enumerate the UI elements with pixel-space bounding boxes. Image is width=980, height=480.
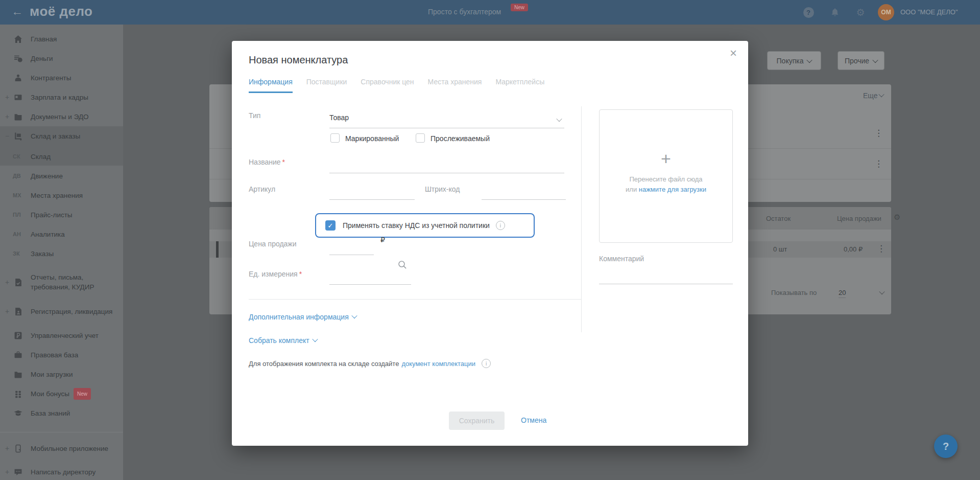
sidebar-item-downloads[interactable]: Мои загрузки (0, 364, 123, 384)
avatar[interactable]: ОМ (878, 4, 894, 20)
help-icon[interactable]: ? (803, 7, 814, 18)
tab-storage-places[interactable]: Места хранения (428, 78, 482, 93)
article-input[interactable] (329, 186, 415, 200)
image-upload-dropzone[interactable]: + Перенесите файл сюда или нажмите для з… (599, 109, 733, 243)
chevron-down-icon (807, 57, 812, 62)
kit-document-link[interactable]: документ комплектации (401, 360, 475, 368)
sidebar: Главная Деньги Контрагенты + Зарплата и … (0, 25, 123, 480)
sidebar-item-sklad[interactable]: СК Склад (0, 147, 123, 166)
phone-icon (13, 444, 23, 453)
sidebar-item-knowledge[interactable]: База знаний (0, 403, 123, 423)
sidebar-item-main[interactable]: Главная (0, 29, 123, 49)
traceable-checkbox-label[interactable]: Прослеживаемый (431, 134, 490, 143)
name-input[interactable] (329, 159, 564, 173)
sidebar-item-documents[interactable]: + Документы и ЭДО (0, 107, 123, 126)
sidebar-item-orders[interactable]: ЗК Заказы (0, 244, 123, 263)
sidebar-item-reports[interactable]: + Отчеты, письма, требования, КУДИР (0, 271, 123, 293)
vat-checkbox-checked[interactable]: ✓ (325, 220, 336, 231)
column-header-price[interactable]: Цена продажи (837, 215, 881, 222)
traceable-checkbox[interactable] (416, 133, 425, 143)
upload-drag-text: Перенесите файл сюда (629, 175, 702, 183)
kit-note: Для отображения комплекта на складе созд… (249, 359, 491, 368)
page-size-select[interactable]: 20 (839, 289, 846, 298)
barcode-input[interactable] (482, 186, 566, 200)
help-fab-button[interactable]: ? (934, 435, 958, 458)
bell-icon[interactable] (829, 7, 841, 18)
additional-info-toggle[interactable]: Дополнительная информация (249, 313, 356, 321)
sidebar-item-legal[interactable]: Правовая база (0, 345, 123, 364)
tab-suppliers[interactable]: Поставщики (306, 78, 347, 93)
sidebar-item-bonuses[interactable]: Мои бонусыNew (0, 384, 123, 403)
sidebar-item-movement[interactable]: ДВ Движение (0, 166, 123, 186)
info-icon[interactable]: i (482, 359, 491, 368)
sidebar-item-money[interactable]: Деньги (0, 49, 123, 68)
more-link[interactable]: Еще (863, 92, 883, 100)
purchase-dropdown-button[interactable]: Покупка (767, 51, 821, 70)
home-icon (13, 35, 23, 43)
back-arrow-icon[interactable]: ← (11, 5, 23, 18)
unit-label: Ед. измерения* (249, 270, 302, 278)
sidebar-item-storage-places[interactable]: МХ Места хранения (0, 186, 123, 205)
chat-icon (13, 468, 23, 476)
other-dropdown-button[interactable]: Прочие (838, 51, 885, 70)
sidebar-item-analytics[interactable]: АН Аналитика (0, 224, 123, 244)
comment-input[interactable] (599, 270, 733, 284)
sidebar-item-registration[interactable]: + Регистрация, ликвидация (0, 300, 123, 323)
chevron-down-icon (351, 313, 357, 318)
comment-label: Комментарий (599, 255, 644, 263)
sidebar-item-pricelists[interactable]: ПЛ Прайс-листы (0, 205, 123, 224)
sidebar-divider (0, 432, 123, 432)
kebab-menu-icon[interactable]: ⋮ (877, 244, 886, 253)
vat-checkbox-label[interactable]: Применять ставку НДС из учетной политики (343, 221, 490, 230)
save-button[interactable]: Сохранить (449, 412, 505, 430)
sidebar-item-salary[interactable]: + Зарплата и кадры (0, 87, 123, 107)
chevron-down-icon (556, 116, 562, 122)
required-asterisk: * (282, 158, 285, 166)
expand-plus-icon[interactable]: + (4, 278, 11, 286)
sidebar-item-write-director[interactable]: + Написать директору (0, 462, 123, 480)
unit-input[interactable] (329, 271, 411, 285)
chevron-down-icon (879, 92, 885, 97)
barcode-label: Штрих-код (425, 185, 460, 193)
briefcase-icon (13, 351, 23, 359)
gear-icon[interactable]: ⚙ (855, 7, 866, 18)
chevron-down-icon[interactable] (879, 289, 885, 294)
article-label: Артикул (249, 185, 275, 193)
tab-information[interactable]: Информация (249, 78, 293, 93)
marked-checkbox-label[interactable]: Маркированный (345, 134, 399, 143)
graduation-cap-icon (13, 409, 23, 418)
sidebar-item-contractors[interactable]: Контрагенты (0, 68, 123, 87)
table-settings-gear-icon[interactable]: ⚙ (894, 213, 900, 221)
sidebar-item-management[interactable]: Управленческий учет (0, 326, 123, 345)
collapse-minus-icon[interactable]: − (4, 132, 11, 140)
expand-plus-icon[interactable]: + (4, 112, 11, 121)
cancel-button[interactable]: Отмена (521, 416, 546, 424)
tab-price-directory[interactable]: Справочник цен (361, 78, 414, 93)
kebab-menu-icon[interactable]: ⋮ (874, 159, 883, 168)
expand-plus-icon[interactable]: + (4, 307, 11, 315)
vertical-divider (581, 106, 582, 332)
tab-marketplaces[interactable]: Маркетплейсы (495, 78, 544, 93)
upload-click-link[interactable]: нажмите для загрузки (639, 186, 706, 193)
info-icon[interactable]: i (496, 221, 505, 230)
assemble-kit-toggle[interactable]: Собрать комплект (249, 336, 317, 345)
type-select[interactable]: Товар (329, 113, 564, 128)
kebab-menu-icon[interactable]: ⋮ (874, 129, 883, 138)
section-divider (249, 299, 581, 300)
type-label: Тип (249, 111, 260, 120)
promo-new-badge: New (511, 4, 528, 11)
expand-plus-icon[interactable]: + (4, 93, 11, 101)
folder-icon (13, 370, 23, 379)
marked-checkbox[interactable] (330, 133, 340, 143)
price-input[interactable] (329, 241, 374, 255)
app-logo[interactable]: моё дело (30, 4, 92, 19)
sidebar-item-mobile-app[interactable]: + Мобильное приложение (0, 437, 123, 460)
folder-icon (13, 112, 23, 121)
expand-plus-icon[interactable]: + (4, 468, 11, 476)
sidebar-item-warehouse[interactable]: − Склад и заказы (0, 126, 123, 146)
expand-plus-icon[interactable]: + (4, 444, 11, 452)
company-name[interactable]: ООО "МОЕ ДЕЛО" (900, 8, 958, 16)
column-header-stock[interactable]: Остаток (766, 215, 791, 222)
close-icon[interactable]: × (726, 46, 740, 60)
modal-title: Новая номенклатура (249, 54, 348, 66)
